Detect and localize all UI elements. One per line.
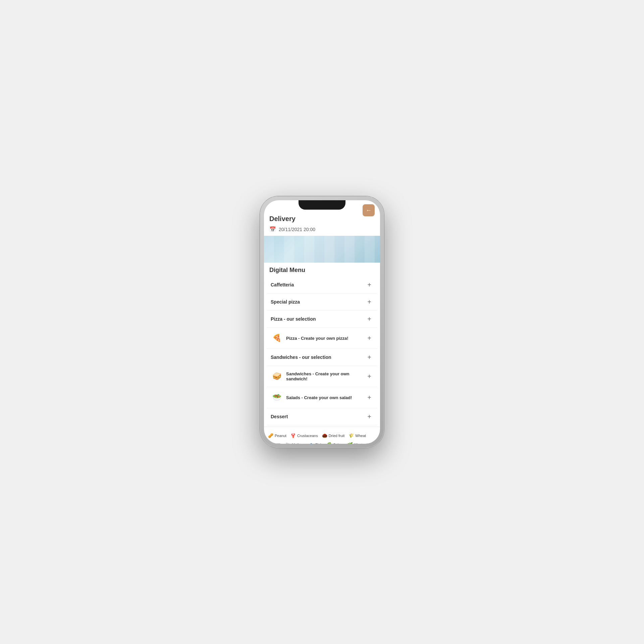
menu-item-pizza-selection[interactable]: Pizza - our selection + — [267, 311, 377, 328]
menu-item-label-sandwiches-selection: Sandwiches - our selection — [271, 354, 331, 360]
milk-icon: 🥛 — [268, 442, 273, 444]
page-title: Delivery — [269, 214, 375, 223]
expand-sandwiches-create[interactable]: + — [365, 372, 373, 380]
allergen-crustaceans: 🦞 Crustaceans — [290, 433, 318, 438]
notch — [299, 200, 345, 210]
expand-sandwiches-selection[interactable]: + — [365, 353, 373, 361]
salad-icon: 🥗 — [271, 391, 283, 404]
allergen-peanut: 🥜 Peanut — [268, 433, 286, 438]
fish-label: Fish — [315, 443, 322, 444]
calendar-icon: 📅 — [269, 226, 276, 232]
menu-list: Caffetteria + Special pizza + — [264, 276, 380, 425]
peanut-label: Peanut — [275, 434, 286, 438]
expand-dessert[interactable]: + — [365, 413, 373, 421]
menu-item-sandwiches-create[interactable]: 🥪 Sandwiches - Create your own sandwich!… — [267, 366, 377, 387]
allergen-milk: 🥛 Milk — [268, 442, 281, 444]
dried-fruit-icon: 🌰 — [322, 433, 327, 438]
mustard-label: Mustard — [354, 443, 368, 444]
menu-item-label-pizza-create: Pizza - Create your own pizza! — [286, 336, 348, 341]
expand-pizza-selection[interactable]: + — [365, 315, 373, 323]
milk-label: Milk — [275, 443, 281, 444]
expand-special-pizza[interactable]: + — [365, 298, 373, 306]
menu-item-label-sandwiches-create: Sandwiches - Create your own sandwich! — [286, 371, 365, 381]
mustard-icon: 🌿 — [347, 442, 353, 444]
celery-icon: 🥬 — [326, 442, 332, 444]
menu-item-label-pizza-selection: Pizza - our selection — [271, 316, 316, 322]
date-text: 20/11/2021 20:00 — [279, 227, 315, 232]
allergen-celery: 🥬 Celery — [326, 442, 344, 444]
expand-pizza-create[interactable]: + — [365, 334, 373, 342]
back-button[interactable] — [363, 204, 375, 216]
menu-item-label-dessert: Dessert — [271, 414, 288, 420]
menu-item-sandwiches-selection[interactable]: Sandwiches - our selection + — [267, 349, 377, 366]
menu-item-pizza-create[interactable]: 🍕 Pizza - Create your own pizza! + — [267, 328, 377, 349]
celery-label: Celery — [333, 443, 344, 444]
date-row: 📅 20/11/2021 20:00 — [264, 223, 380, 236]
digital-menu-title: Digital Menu — [264, 263, 380, 276]
menu-item-label-salads-create: Salads - Create your own salad! — [286, 395, 352, 400]
dried-fruit-label: Dried fruit — [329, 434, 345, 438]
allergen-dried-fruit: 🌰 Dried fruit — [322, 433, 345, 438]
phone-device: Delivery 📅 20/11/2021 20:00 Digital Menu… — [260, 196, 384, 448]
menu-item-caffetteria[interactable]: Caffetteria + — [267, 276, 377, 293]
pizza-icon: 🍕 — [271, 332, 283, 344]
allergens-section: 🥜 Peanut 🦞 Crustaceans 🌰 Dried fruit — [264, 427, 380, 444]
crustaceans-icon: 🦞 — [290, 433, 296, 438]
crustaceans-label: Crustaceans — [297, 434, 318, 438]
allergen-mollusc: 🐚 Mollusc — [285, 442, 305, 444]
expand-salads-create[interactable]: + — [365, 393, 373, 401]
phone-screen: Delivery 📅 20/11/2021 20:00 Digital Menu… — [264, 200, 380, 444]
app-content: Delivery 📅 20/11/2021 20:00 Digital Menu… — [264, 200, 380, 444]
menu-item-label-caffetteria: Caffetteria — [271, 282, 294, 288]
wheat-icon: 🌾 — [348, 433, 354, 438]
mollusc-label: Mollusc — [292, 443, 305, 444]
fish-icon: 🐟 — [309, 442, 314, 444]
hero-banner — [264, 236, 380, 263]
menu-item-dessert[interactable]: Dessert + — [267, 408, 377, 425]
phone-frame: Delivery 📅 20/11/2021 20:00 Digital Menu… — [260, 196, 384, 448]
allergen-wheat: 🌾 Wheat — [348, 433, 366, 438]
wheat-label: Wheat — [355, 434, 366, 438]
allergen-mustard: 🌿 Mustard — [347, 442, 368, 444]
sandwich-icon: 🥪 — [271, 370, 283, 382]
peanut-icon: 🥜 — [268, 433, 273, 438]
expand-caffetteria[interactable]: + — [365, 281, 373, 289]
allergen-row-1: 🥜 Peanut 🦞 Crustaceans 🌰 Dried fruit — [268, 431, 376, 440]
menu-item-label-special-pizza: Special pizza — [271, 299, 300, 305]
menu-item-special-pizza[interactable]: Special pizza + — [267, 293, 377, 311]
menu-item-salads-create[interactable]: 🥗 Salads - Create your own salad! + — [267, 387, 377, 408]
allergen-fish: 🐟 Fish — [309, 442, 322, 444]
allergen-row-2: 🥛 Milk 🐚 Mollusc 🐟 Fish 🥬 — [268, 440, 376, 444]
mollusc-icon: 🐚 — [285, 442, 291, 444]
